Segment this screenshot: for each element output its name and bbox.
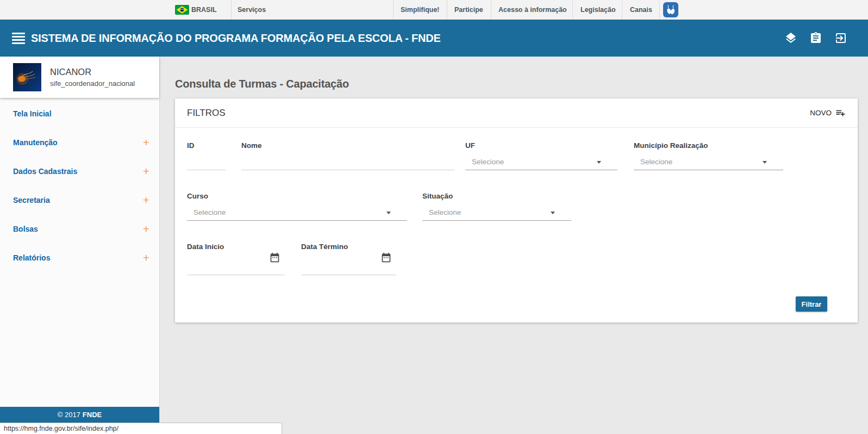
layers-icon[interactable] (784, 32, 797, 45)
app-title: SISTEMA DE INFORMAÇÃO DO PROGRAMA FORMAÇ… (31, 20, 441, 57)
user-role: sife_coordenador_nacional (50, 79, 135, 88)
user-card[interactable]: NICANOR sife_coordenador_nacional (0, 57, 159, 98)
sidebar-item-manutencao[interactable]: Manutenção + (0, 128, 159, 157)
chevron-down-icon (551, 212, 555, 214)
govbar-link-legislacao[interactable]: Legislação (580, 0, 616, 20)
expand-plus-icon[interactable]: + (143, 252, 149, 263)
sidebar-item-relatorios[interactable]: Relatórios + (0, 243, 159, 272)
uf-label: UF (465, 141, 475, 150)
govbar-link-servicos[interactable]: Serviços (238, 0, 266, 20)
chevron-down-icon (386, 212, 391, 214)
sidebar-menu: Tela Inicial Manutenção + Dados Cadastra… (0, 98, 159, 272)
field-data-inicio: Data Início (187, 243, 285, 275)
govbar-link-simplifique[interactable]: Simplifique! (401, 0, 440, 20)
id-input[interactable] (187, 154, 226, 170)
header-actions (784, 20, 847, 57)
calendar-icon[interactable] (380, 252, 392, 263)
sidebar-item-dados-cadastrais[interactable]: Dados Cadastrais + (0, 157, 159, 185)
divider (659, 0, 660, 20)
page-title: Consulta de Turmas - Capacitação (175, 78, 349, 90)
filters-title: FILTROS (187, 108, 226, 119)
situacao-select[interactable]: Selecione (422, 203, 571, 221)
nome-label: Nome (241, 141, 262, 150)
situacao-label: Situação (422, 192, 453, 200)
filtrar-button[interactable]: Filtrar (796, 296, 827, 312)
govbar-link-acesso-informacao[interactable]: Acesso à informação (498, 0, 567, 20)
brazil-flag-icon (175, 5, 189, 15)
data-termino-label: Data Término (301, 243, 348, 251)
field-situacao: Situação Selecione (422, 192, 571, 221)
logout-icon[interactable] (834, 32, 847, 45)
novo-button[interactable]: NOVO (810, 108, 846, 118)
footer-brand: FNDE (83, 411, 102, 419)
expand-plus-icon[interactable]: + (143, 223, 149, 234)
chevron-down-icon (597, 161, 601, 164)
screen: BRASIL Serviços Simplifique! Participe A… (0, 0, 868, 434)
divider (622, 0, 622, 20)
municipio-label: Município Realização (634, 141, 708, 150)
avatar (13, 63, 41, 91)
divider (231, 0, 232, 20)
status-url-tooltip: https://hmg.fnde.gov.br/sife/index.php/ (0, 423, 282, 434)
uf-select[interactable]: Selecione (465, 153, 617, 170)
municipio-select[interactable]: Selecione (634, 153, 783, 170)
playlist-add-icon (835, 108, 846, 118)
user-meta: NICANOR sife_coordenador_nacional (50, 67, 135, 88)
divider (572, 0, 573, 20)
expand-plus-icon[interactable]: + (143, 137, 149, 148)
sidebar-item-tela-inicial[interactable]: Tela Inicial (0, 99, 159, 128)
field-municipio: Município Realização Selecione (634, 141, 783, 170)
divider (393, 0, 394, 20)
expand-plus-icon[interactable]: + (143, 194, 149, 206)
field-curso: Curso Selecione (187, 192, 407, 221)
sidebar: NICANOR sife_coordenador_nacional Tela I… (0, 57, 160, 434)
field-data-termino: Data Término (301, 243, 396, 275)
sidebar-item-bolsas[interactable]: Bolsas + (0, 214, 159, 243)
nome-input[interactable] (241, 154, 454, 170)
data-inicio-label: Data Início (187, 243, 224, 251)
divider (491, 0, 491, 20)
calendar-icon[interactable] (269, 252, 280, 263)
filters-card-header: FILTROS NOVO (175, 98, 858, 128)
assignment-icon[interactable] (809, 32, 822, 45)
menu-icon[interactable] (12, 33, 25, 44)
sidebar-item-secretaria[interactable]: Secretaria + (0, 185, 159, 214)
expand-plus-icon[interactable]: + (143, 165, 149, 177)
gov-top-bar: BRASIL Serviços Simplifique! Participe A… (0, 0, 868, 20)
user-name: NICANOR (50, 67, 135, 77)
main-content: Consulta de Turmas - Capacitação FILTROS… (160, 57, 868, 434)
vlibras-accessibility-icon[interactable] (663, 2, 678, 17)
field-uf: UF Selecione (465, 141, 617, 170)
field-id: ID (187, 141, 226, 170)
govbar-brand: BRASIL (191, 0, 217, 20)
curso-select[interactable]: Selecione (187, 203, 407, 221)
filters-card: FILTROS NOVO ID Nome UF Selecione (175, 98, 858, 323)
divider (447, 0, 447, 20)
curso-label: Curso (187, 192, 208, 200)
app-header: SISTEMA DE INFORMAÇÃO DO PROGRAMA FORMAÇ… (0, 20, 868, 57)
field-nome: Nome (241, 141, 454, 170)
id-label: ID (187, 141, 195, 150)
govbar-link-canais[interactable]: Canais (630, 0, 652, 20)
govbar-link-participe[interactable]: Participe (454, 0, 483, 20)
chevron-down-icon (763, 161, 767, 164)
